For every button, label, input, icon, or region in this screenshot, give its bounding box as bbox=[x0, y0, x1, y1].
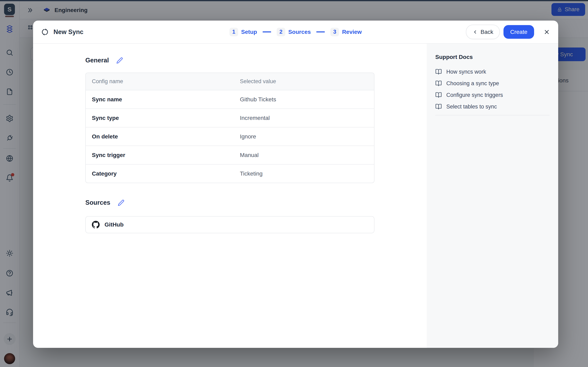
table-row: On delete Ignore bbox=[86, 127, 374, 146]
github-icon bbox=[92, 221, 100, 229]
step-connector bbox=[263, 31, 271, 33]
source-card-github[interactable]: GitHub bbox=[85, 216, 374, 233]
sources-section-title: Sources bbox=[85, 199, 110, 206]
chevron-left-icon bbox=[472, 29, 478, 35]
doc-link-select-tables-to-sync[interactable]: Select tables to sync bbox=[435, 103, 550, 110]
new-sync-modal: New Sync 1 Setup 2 Sources 3 Review bbox=[33, 21, 558, 348]
column-header-config-name: Config name bbox=[92, 78, 240, 85]
table-row: Sync name Github Tickets bbox=[86, 90, 374, 108]
table-row: Sync type Incremental bbox=[86, 108, 374, 127]
back-button[interactable]: Back bbox=[466, 25, 500, 39]
column-header-selected-value: Selected value bbox=[240, 78, 374, 85]
config-summary-table: Config name Selected value Sync name Git… bbox=[85, 73, 374, 183]
table-header-row: Config name Selected value bbox=[86, 73, 374, 90]
table-row: Category Ticketing bbox=[86, 164, 374, 183]
doc-link-configure-sync-triggers[interactable]: Configure sync triggers bbox=[435, 92, 550, 98]
doc-link-choosing-sync-type[interactable]: Choosing a sync type bbox=[435, 80, 550, 87]
step-connector bbox=[316, 31, 325, 33]
edit-sources-icon[interactable] bbox=[118, 199, 125, 206]
support-docs-panel: Support Docs How syncs work Choosing a s… bbox=[427, 44, 558, 348]
create-button[interactable]: Create bbox=[503, 25, 534, 39]
modal-main: General Config name Selected value Sync … bbox=[33, 44, 427, 348]
modal-title: New Sync bbox=[53, 28, 83, 36]
support-docs-divider bbox=[435, 115, 550, 115]
support-docs-title: Support Docs bbox=[435, 54, 550, 60]
wizard-stepper: 1 Setup 2 Sources 3 Review bbox=[229, 28, 362, 36]
source-name: GitHub bbox=[104, 221, 123, 228]
sync-icon bbox=[41, 28, 49, 36]
step-review[interactable]: 3 Review bbox=[330, 28, 362, 36]
step-setup[interactable]: 1 Setup bbox=[229, 28, 257, 36]
doc-link-how-syncs-work[interactable]: How syncs work bbox=[435, 68, 550, 75]
table-row: Sync trigger Manual bbox=[86, 146, 374, 164]
close-icon[interactable] bbox=[544, 29, 550, 35]
modal-header: New Sync 1 Setup 2 Sources 3 Review bbox=[33, 21, 558, 44]
step-sources[interactable]: 2 Sources bbox=[277, 28, 311, 36]
edit-general-icon[interactable] bbox=[116, 57, 123, 64]
general-section-title: General bbox=[85, 57, 109, 64]
